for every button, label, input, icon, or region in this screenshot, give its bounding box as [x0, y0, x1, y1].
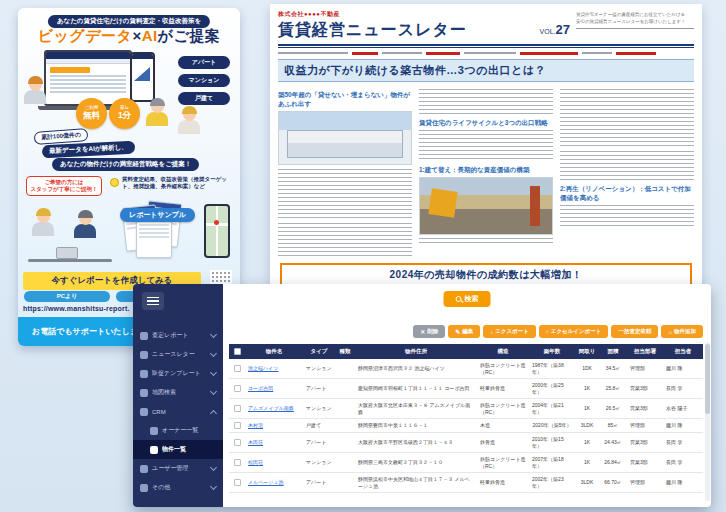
column-header: タイプ — [303, 344, 335, 359]
toolbar-button-label: 物件追加 — [674, 328, 696, 335]
flyer-title-part1: ビッグデータ — [38, 27, 133, 44]
app-window: 査定レポートニュースレター販促テンプレート地図検索CRMオーナー一覧物件一覧ユー… — [133, 284, 711, 507]
sidebar-item-property-list[interactable]: 物件一覧 — [133, 440, 223, 459]
table-cell: 2000年（築25年） — [529, 379, 575, 398]
sidebar-item-map-search[interactable]: 地図検索 — [133, 383, 223, 402]
sidebar-item-label: ユーザー管理 — [152, 464, 207, 473]
map-phone-mockup — [204, 204, 230, 258]
row-checkbox[interactable] — [234, 365, 241, 372]
property-name-cell: メルベージュ池 — [245, 473, 303, 492]
newsletter-note: 賃貸住宅オーナー様の資産経営にお役立ていただける 安心の賃貸経営ニュースレターを… — [576, 12, 694, 29]
property-link[interactable]: コーポ吉田 — [248, 385, 273, 392]
column3-subheading: 2:再生（リノベーション）：低コストで付加価値を高める — [560, 184, 694, 202]
table-cell: 26.84㎡ — [599, 453, 627, 472]
column-header: 担当部署 — [627, 344, 663, 359]
table-cell: 1987年（築38年） — [529, 359, 575, 378]
toolbar-button-label: 一括査定依頼 — [618, 328, 651, 335]
toolbar-button-upload[interactable]: ↑エクセルインポート — [539, 325, 609, 338]
row-checkbox-cell — [229, 379, 245, 398]
newsletter-headline: 収益力が下がり続ける築古物件…3つの出口とは？ — [278, 59, 694, 82]
column-header: 物件住所 — [355, 344, 477, 359]
table-cell: 営業3部 — [627, 379, 663, 398]
sidebar-item-label: CRM — [152, 409, 207, 415]
property-link[interactable]: メルベージュ池 — [248, 479, 284, 486]
table-cell: 1K — [575, 433, 599, 452]
hamburger-menu-button[interactable] — [142, 292, 164, 310]
row-checkbox[interactable] — [234, 385, 241, 392]
column-header: 物件名 — [245, 344, 303, 359]
pc-access-button[interactable]: PCより — [24, 291, 110, 302]
property-type-tag: 戸建て — [178, 92, 230, 105]
sidebar-item-template[interactable]: 販促テンプレート — [133, 364, 223, 383]
table-cell: 静岡県磐田市中泉１１１６－１ — [355, 419, 477, 432]
row-checkbox[interactable] — [234, 422, 241, 429]
table-cell: 営業3部 — [627, 399, 663, 418]
toolbar-button-bulk-assess[interactable]: 一括査定依頼 — [611, 325, 658, 338]
table-row: 松田荘マンション静岡県三島市文教町２丁目３２－１０鉄筋コンクリート造（RC）20… — [229, 453, 703, 473]
table-row: アムズメイプル南森マンション大阪府大阪市北区本庄東３－８ アムズメイプル南森鉄筋… — [229, 399, 703, 419]
body-text-lines — [278, 223, 412, 257]
table-toolbar: ✕削除✎編集↓エクスポート↑エクセルインポート一括査定依頼⌂物件追加 — [413, 325, 703, 338]
select-all-cell — [229, 344, 245, 359]
table-cell: 鉄骨造 — [477, 433, 529, 452]
table-cell: 営業3部 — [627, 453, 663, 472]
toolbar-button-label: エクスポート — [495, 328, 529, 335]
table-cell: アパート — [303, 473, 335, 492]
stat-line-1: 累計100億件の — [34, 128, 89, 145]
select-all-checkbox[interactable] — [234, 348, 241, 355]
toolbar-button-download[interactable]: ↓エクスポート — [483, 325, 536, 338]
property-list-icon — [150, 446, 158, 454]
property-link[interactable]: 木村宅 — [248, 422, 263, 429]
table-cell: 34.5㎡ — [599, 359, 627, 378]
row-checkbox[interactable] — [234, 405, 241, 412]
chevron-down-icon — [210, 331, 217, 338]
table-cell: 木造 — [477, 419, 529, 432]
property-table: 物件名タイプ種類物件住所構造築年数間取り面積担当部署担当者 池之端ハイツマンショ… — [229, 344, 703, 493]
toolbar-button-pencil[interactable]: ✎編集 — [448, 325, 480, 338]
table-cell: 3LDK — [575, 419, 599, 432]
photo-caption-lines — [419, 238, 553, 246]
row-checkbox[interactable] — [234, 459, 241, 466]
fast-badge-bottom: 1分 — [109, 111, 140, 120]
sidebar-item-label: ニュースレター — [152, 350, 207, 359]
property-link[interactable]: 松田荘 — [248, 459, 263, 466]
table-cell: 大阪府大阪市平野区瓜破西２丁目１－４３ — [355, 433, 477, 452]
newsletter-page: 株式会社●●●●不動産 賃貸経営ニュースレター VOL.27 賃貸住宅オーナー様… — [270, 4, 702, 302]
stat-line-3: あなたの物件だけの満室経営戦略をご提案！ — [52, 158, 199, 171]
table-cell: 愛知県岡崎市羽根町１丁目１１－１１ コーポ吉田 — [355, 379, 477, 398]
consulting-illustration — [28, 204, 112, 264]
newsletter-volume: VOL.27 — [540, 20, 570, 38]
person-icon — [140, 408, 148, 416]
report-contents-text: 賃料査定結果、収益改善策（推奨ターゲット、推奨設備、条件緩和案）など — [122, 176, 232, 191]
publisher-info-line — [278, 51, 694, 55]
table-cell: 2002年（築23年） — [529, 473, 575, 492]
sidebar-item-label: 販促テンプレート — [152, 369, 207, 378]
row-checkbox[interactable] — [234, 479, 241, 486]
sidebar-item-owner-list[interactable]: オーナー一覧 — [133, 421, 223, 440]
property-link[interactable]: 池之端ハイツ — [248, 365, 278, 372]
map-search-icon — [140, 389, 148, 397]
table-cell: 鉄筋コンクリート造（RC） — [477, 359, 529, 378]
table-cell: 2007年（築18年） — [529, 453, 575, 472]
property-link[interactable]: アムズメイプル南森 — [248, 405, 294, 412]
toolbar-button-add-property[interactable]: ⌂物件追加 — [661, 325, 703, 338]
sidebar-item-user-admin[interactable]: ユーザー管理 — [133, 459, 223, 478]
sidebar-item-report[interactable]: 査定レポート — [133, 326, 223, 345]
row-checkbox[interactable] — [234, 439, 241, 446]
vol-label: VOL. — [540, 28, 556, 35]
property-link[interactable]: 木田荘 — [248, 439, 263, 446]
service-url: https://www.manshitsu-report. — [23, 305, 130, 312]
vol-number: 27 — [556, 22, 570, 37]
chevron-down-icon — [210, 483, 217, 490]
newsletter-icon — [140, 351, 148, 359]
body-text-lines — [560, 205, 694, 227]
sidebar-item-other[interactable]: その他 — [133, 478, 223, 497]
sidebar-item-newsletter[interactable]: ニュースレター — [133, 345, 223, 364]
chart-shape — [134, 67, 150, 81]
sidebar-item-person[interactable]: CRM — [133, 402, 223, 421]
table-scrollbar[interactable] — [705, 342, 710, 501]
toolbar-button-trash[interactable]: ✕削除 — [413, 325, 445, 338]
search-button[interactable]: 検索 — [444, 291, 491, 307]
table-cell: 鉄筋コンクリート造（RC） — [477, 399, 529, 418]
scrollbar-thumb[interactable] — [705, 344, 710, 414]
